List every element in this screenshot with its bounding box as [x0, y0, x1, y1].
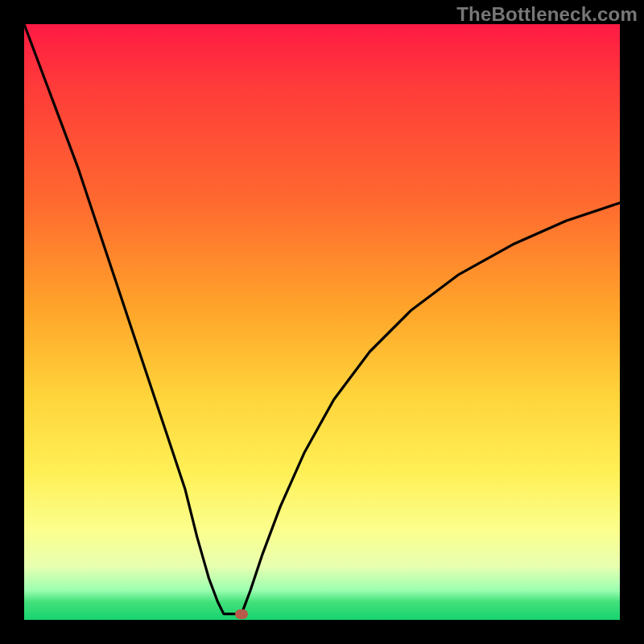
- curve-path: [24, 24, 620, 614]
- plot-area: [24, 24, 620, 620]
- watermark-text: TheBottleneck.com: [456, 3, 638, 26]
- chart-stage: TheBottleneck.com: [0, 0, 644, 644]
- bottleneck-marker: [235, 609, 248, 619]
- bottleneck-curve: [24, 24, 620, 620]
